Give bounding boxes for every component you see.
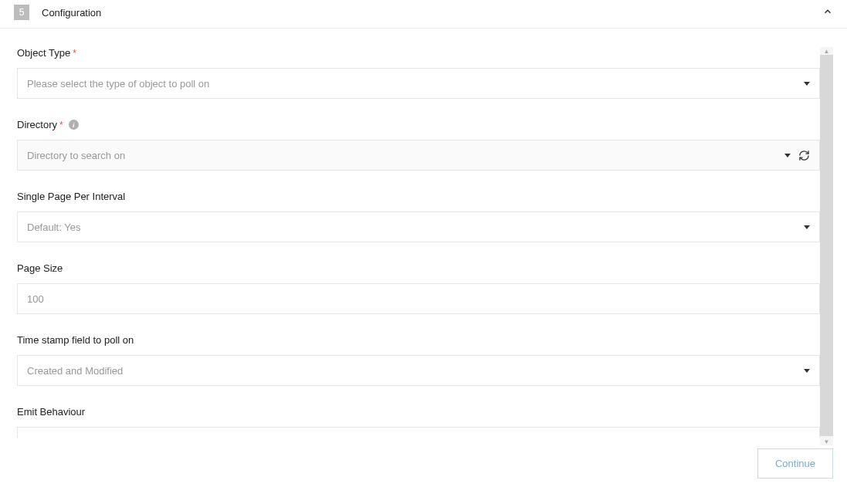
caret-down-icon bbox=[804, 225, 810, 229]
field-directory: Directory* i Directory to search on bbox=[17, 119, 820, 171]
object-type-label: Object Type* bbox=[17, 47, 820, 59]
directory-label: Directory* i bbox=[17, 119, 820, 130]
timestamp-label: Time stamp field to poll on bbox=[17, 334, 820, 346]
object-type-placeholder: Please select the type of object to poll… bbox=[27, 78, 804, 90]
scroll-down-arrow-icon[interactable]: ▼ bbox=[820, 438, 833, 445]
field-single-page: Single Page Per Interval Default: Yes bbox=[17, 191, 820, 242]
timestamp-value: Created and Modified bbox=[27, 365, 804, 377]
label-text: Time stamp field to poll on bbox=[17, 334, 134, 346]
emit-value: Default Emit Individually bbox=[27, 437, 804, 438]
caret-down-icon bbox=[804, 369, 810, 373]
emit-select[interactable]: Default Emit Individually bbox=[17, 427, 820, 438]
info-icon[interactable]: i bbox=[69, 120, 79, 130]
step-number-badge: 5 bbox=[14, 5, 29, 20]
page-size-input[interactable] bbox=[27, 284, 810, 313]
chevron-up-icon[interactable] bbox=[822, 6, 833, 19]
required-asterisk: * bbox=[59, 120, 63, 130]
scrollbar-track[interactable]: ▲ ▼ bbox=[820, 47, 833, 445]
page-size-label: Page Size bbox=[17, 262, 820, 274]
label-text: Emit Behaviour bbox=[17, 406, 85, 418]
field-object-type: Object Type* Please select the type of o… bbox=[17, 47, 820, 99]
label-text: Single Page Per Interval bbox=[17, 191, 125, 202]
required-asterisk: * bbox=[73, 49, 76, 58]
label-text: Directory bbox=[17, 119, 57, 130]
page-size-input-wrapper bbox=[17, 283, 820, 314]
single-page-label: Single Page Per Interval bbox=[17, 191, 820, 202]
scrollbar-thumb[interactable] bbox=[820, 55, 833, 436]
field-timestamp: Time stamp field to poll on Created and … bbox=[17, 334, 820, 386]
label-text: Page Size bbox=[17, 262, 63, 274]
footer: Continue bbox=[0, 438, 847, 479]
object-type-select[interactable]: Please select the type of object to poll… bbox=[17, 68, 820, 99]
refresh-icon[interactable] bbox=[798, 150, 810, 161]
single-page-select[interactable]: Default: Yes bbox=[17, 211, 820, 242]
caret-down-icon bbox=[784, 154, 791, 157]
emit-label: Emit Behaviour bbox=[17, 406, 820, 418]
section-header[interactable]: 5 Configuration bbox=[0, 0, 847, 29]
timestamp-select[interactable]: Created and Modified bbox=[17, 355, 820, 386]
caret-down-icon bbox=[804, 82, 810, 86]
field-emit-behaviour: Emit Behaviour Default Emit Individually bbox=[17, 406, 820, 438]
label-text: Object Type bbox=[17, 47, 70, 59]
scroll-up-arrow-icon[interactable]: ▲ bbox=[820, 47, 833, 55]
section-title: Configuration bbox=[42, 7, 101, 19]
directory-select[interactable]: Directory to search on bbox=[17, 140, 820, 171]
directory-placeholder: Directory to search on bbox=[27, 150, 784, 161]
field-page-size: Page Size bbox=[17, 262, 820, 314]
single-page-value: Default: Yes bbox=[27, 222, 804, 233]
continue-button[interactable]: Continue bbox=[757, 448, 833, 479]
